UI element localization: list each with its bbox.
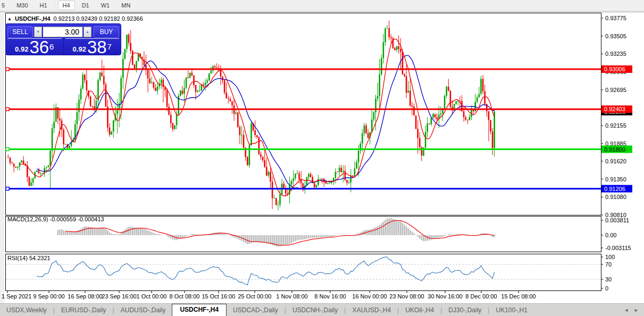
svg-text:0.00: 0.00 [605, 232, 616, 238]
chart-tab-bar: USDX,Weekly|EURUSD-,Daily|AUDUSD-,DailyU… [0, 303, 644, 316]
timeframe-toolbar: 5M30H1H4D1W1MN [0, 0, 644, 11]
svg-text:0.93775: 0.93775 [605, 15, 626, 21]
sell-button[interactable]: SELL [7, 26, 33, 38]
svg-text:0.93235: 0.93235 [605, 51, 626, 57]
svg-text:8 Nov 16:00: 8 Nov 16:00 [314, 293, 346, 300]
svg-text:0.91620: 0.91620 [605, 158, 626, 164]
timeframe-m30[interactable]: M30 [12, 1, 32, 10]
spinner-down-icon: ▼ [36, 30, 40, 34]
spinner-up-icon: ▲ [86, 30, 89, 34]
sell-price-big: 36 [29, 40, 49, 55]
svg-text:1 Nov 08:00: 1 Nov 08:00 [276, 293, 307, 300]
timeframe-mn[interactable]: MN [116, 1, 135, 10]
buy-price-prefix: 0.92 [73, 44, 86, 55]
svg-text:0.93006: 0.93006 [604, 66, 625, 72]
buy-price-big: 38 [87, 40, 107, 55]
svg-text:100: 100 [605, 254, 615, 260]
tab-usdcad-daily[interactable]: USDCAD-,Daily [227, 305, 285, 316]
svg-text:15 Oct 16:00: 15 Oct 16:00 [202, 293, 236, 300]
svg-text:8 Dec 00:00: 8 Dec 00:00 [465, 293, 497, 300]
tab-usdcnh-daily[interactable]: USDCNH-,Daily [286, 305, 344, 316]
symbol-collapse-icon[interactable]: ▲ [7, 16, 12, 21]
svg-text:0: 0 [605, 285, 608, 292]
svg-text:23 Sep 16:00: 23 Sep 16:00 [102, 293, 136, 300]
svg-text:9 Sep 00:00: 9 Sep 00:00 [33, 293, 64, 300]
svg-text:16 Sep 08:00: 16 Sep 08:00 [68, 293, 102, 300]
chart-header: ▲ USDCHF-,H4 0.92213 0.92439 0.92182 0.9… [7, 15, 143, 22]
svg-text:30 Nov 16:00: 30 Nov 16:00 [428, 293, 462, 300]
sell-price-display[interactable]: 0.92 36 6 [7, 38, 62, 55]
sell-price-pip: 6 [49, 39, 54, 55]
svg-text:16 Nov 00:00: 16 Nov 00:00 [352, 293, 387, 300]
chart-title: USDCHF-,H4 [15, 15, 51, 22]
svg-text:1 Sep 2021: 1 Sep 2021 [2, 293, 31, 300]
timeframe-d1[interactable]: D1 [77, 1, 94, 10]
volume-increase-button[interactable]: ▲ [83, 27, 91, 37]
macd-label: MACD(12,26,9) -0.000559 -0.000413 [7, 216, 104, 222]
price-divider [63, 38, 64, 55]
svg-text:0.91350: 0.91350 [605, 176, 626, 182]
toolbar-separator [55, 2, 55, 9]
svg-text:1 Oct 00:00: 1 Oct 00:00 [137, 293, 167, 300]
tab-scroll-left-icon[interactable]: ◄ [624, 307, 629, 313]
svg-text:25 Oct 00:00: 25 Oct 00:00 [238, 293, 272, 300]
tab-usdchf-h4[interactable]: USDCHF-,H4 [172, 304, 227, 316]
tab-dj30-daily[interactable]: DJ30-,Daily [442, 305, 488, 316]
svg-text:-0.003115: -0.003115 [605, 245, 631, 251]
tab-audusd-daily[interactable]: AUDUSD-,Daily [114, 305, 172, 316]
rsi-label: RSI(14) 54.2321 [7, 255, 51, 261]
svg-text:0.91206: 0.91206 [604, 186, 625, 192]
tab-eurusd-daily[interactable]: EURUSD-,Daily [55, 305, 113, 316]
volume-input[interactable] [43, 27, 82, 37]
svg-text:15 Dec 08:00: 15 Dec 08:00 [501, 293, 536, 300]
svg-text:23 Nov 08:00: 23 Nov 08:00 [389, 293, 424, 300]
svg-text:0.91080: 0.91080 [605, 194, 626, 200]
tab-scroll-right-icon[interactable]: ► [634, 307, 639, 313]
svg-text:0.92403: 0.92403 [604, 106, 625, 112]
svg-text:30: 30 [605, 276, 612, 282]
tab-uk100-h1[interactable]: UK100-,H1 [489, 305, 533, 316]
buy-price-display[interactable]: 0.92 38 7 [65, 38, 120, 55]
timeframe-h4[interactable]: H4 [58, 1, 75, 10]
svg-text:0.91800: 0.91800 [604, 146, 625, 153]
buy-button[interactable]: BUY [94, 26, 119, 38]
timeframe-m15-partial[interactable]: 5 [0, 1, 10, 10]
svg-text:0.92155: 0.92155 [605, 122, 626, 129]
svg-text:0.93505: 0.93505 [605, 33, 626, 39]
sell-price-prefix: 0.92 [15, 44, 28, 55]
volume-decrease-button[interactable]: ▼ [34, 27, 42, 37]
tab-usdx-weekly[interactable]: USDX,Weekly [0, 305, 53, 316]
svg-text:0.92695: 0.92695 [605, 87, 626, 93]
chart-ohlc-values: 0.92213 0.92439 0.92182 0.92366 [54, 15, 143, 22]
timeframe-h1[interactable]: H1 [35, 1, 52, 10]
svg-text:8 Oct 08:00: 8 Oct 08:00 [170, 293, 200, 300]
one-click-trading-panel: SELL ▼ ▲ BUY 0.92 36 6 0.92 38 7 [5, 23, 121, 55]
svg-text:0.003811: 0.003811 [605, 217, 629, 223]
timeframe-w1[interactable]: W1 [96, 1, 115, 10]
svg-text:70: 70 [605, 261, 612, 268]
buy-price-pip: 7 [107, 39, 112, 55]
tab-xauusd-h4[interactable]: XAUUSD-,H4 [346, 305, 397, 316]
tab-ukoil-h4[interactable]: UKOil-,H4 [399, 305, 440, 316]
